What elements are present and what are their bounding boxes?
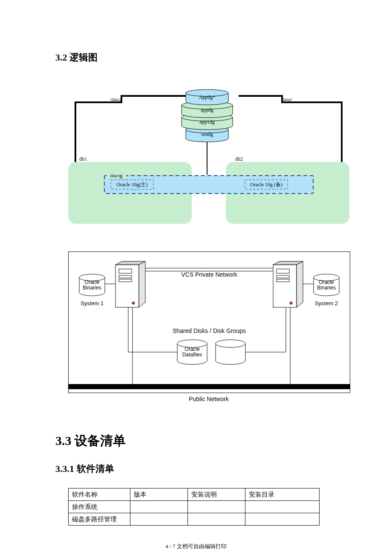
shared-label: Shared Disks / Disk Groups: [173, 327, 246, 334]
software-table: 软件名称 版本 安装说明 安装目录 操作系统 磁盘多路径管理: [68, 488, 320, 526]
datafiles-icon: Oracle Datafiles: [177, 340, 245, 364]
vcs-label: VCS Private Network: [181, 271, 237, 278]
label-ora-rg: ora-rg: [110, 173, 122, 179]
table-header: 安装目录: [245, 489, 319, 501]
public-network-bar: [69, 384, 350, 389]
svg-text:Oracle 10g(主): Oracle 10g(主): [117, 182, 148, 188]
svg-text:Binaries: Binaries: [317, 285, 335, 291]
table-row: 操作系统: [69, 501, 320, 513]
heading-3-3-1: 3.3.1 软件清单: [55, 462, 337, 475]
svg-text:Oracle: Oracle: [84, 279, 100, 285]
svg-text:appdg: appdg: [201, 107, 213, 113]
svg-text:Oracle: Oracle: [319, 279, 334, 285]
table-header: 版本: [130, 489, 187, 501]
page-footer: 4 / 7 文档可自由编辑打印: [55, 543, 337, 550]
label-db2: db2: [235, 156, 243, 162]
table-row: 软件名称 版本 安装说明 安装目录: [69, 489, 320, 501]
svg-marker-43: [139, 261, 145, 307]
svg-rect-54: [277, 275, 289, 278]
svg-text:Binaries: Binaries: [83, 285, 101, 291]
svg-text:Oracle: Oracle: [184, 346, 200, 352]
system1-label: System 1: [81, 300, 104, 306]
server1-icon: [115, 261, 145, 307]
svg-text:Datafiles: Datafiles: [182, 352, 202, 358]
table-header: 软件名称: [69, 489, 130, 501]
table-cell: 操作系统: [69, 501, 130, 513]
label-db1: db1: [79, 156, 87, 162]
table-cell: [245, 501, 319, 513]
heading-3-2: 3.2 逻辑图: [55, 51, 337, 64]
table-cell: [130, 513, 187, 526]
logical-diagram: /data2 data1 oradg app1dg: [68, 77, 349, 226]
svg-rect-55: [277, 279, 289, 282]
system2-label: System 2: [315, 300, 338, 306]
svg-rect-45: [119, 269, 132, 273]
physical-diagram: Oracle Binaries System 1 Oracle Binaries…: [68, 251, 350, 393]
svg-rect-46: [119, 275, 132, 278]
disk-stack: oradg app1dg appdg: [182, 90, 233, 142]
svg-text:Appdg*: Appdg*: [199, 94, 216, 100]
table-cell: 磁盘多路径管理: [69, 513, 130, 526]
table-header: 安装说明: [187, 489, 245, 501]
svg-point-48: [132, 302, 135, 304]
table-row: 磁盘多路径管理: [69, 513, 320, 526]
table-cell: [245, 513, 319, 526]
public-network-label: Public Network: [68, 396, 349, 402]
svg-point-71: [216, 340, 245, 347]
svg-text:oradg: oradg: [201, 131, 213, 137]
heading-3-3: 3.3 设备清单: [55, 432, 337, 450]
table-cell: [187, 501, 245, 513]
svg-rect-47: [119, 279, 132, 282]
svg-point-56: [290, 302, 292, 304]
svg-rect-53: [277, 269, 289, 273]
svg-text:Oracle 10g (备): Oracle 10g (备): [250, 182, 282, 188]
svg-text:app1dg: app1dg: [199, 119, 214, 125]
label-data1: data1: [282, 97, 292, 102]
server2-icon: [273, 261, 303, 307]
table-cell: [130, 501, 187, 513]
table-cell: [187, 513, 245, 526]
label-data2: /data2: [110, 97, 121, 102]
svg-marker-51: [297, 261, 303, 307]
